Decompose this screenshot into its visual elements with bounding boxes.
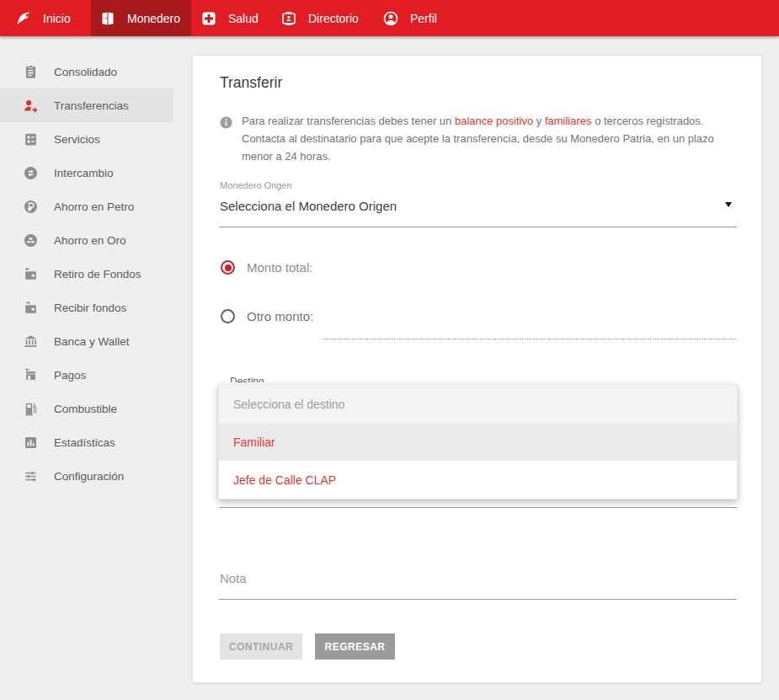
destination-select-underline	[219, 507, 737, 508]
sidebar: ConsolidadoTransferenciasServiciosInterc…	[0, 36, 173, 700]
radio-label: Monto total:	[247, 260, 312, 275]
gold-bars-circle-icon	[23, 232, 39, 248]
destination-option-jefe-de-calle-clap[interactable]: Jefe de Calle CLAP	[219, 461, 737, 499]
sidebar-item-recibir-fondos[interactable]: Recibir fondos	[0, 291, 173, 324]
nav-tab-directorio[interactable]: Directorio	[280, 0, 359, 36]
sidebar-item-ahorro-en-petro[interactable]: Ahorro en Petro	[0, 190, 173, 223]
radio-label: Otro monto:	[247, 309, 313, 323]
nav-tab-label: Salud	[228, 12, 259, 25]
destination-option-selecciona-el-destino[interactable]: Selecciona el destino	[219, 385, 737, 423]
sidebar-item-label: Servicios	[54, 133, 100, 146]
nav-tab-label: Directorio	[308, 12, 359, 25]
sidebar-item-label: Transferencias	[54, 99, 129, 112]
sidebar-item-servicios[interactable]: Servicios	[0, 122, 173, 156]
wallet-in-icon	[23, 300, 39, 316]
origin-select-underline	[219, 227, 737, 227]
sidebar-item-banca-y-wallet[interactable]: Banca y Wallet	[0, 324, 173, 358]
note-input[interactable]: Nota	[220, 571, 737, 585]
store-arrow-icon	[23, 367, 39, 383]
radio-button-icon	[221, 260, 235, 275]
nav-tab-label: Perfil	[410, 12, 437, 25]
select-caret-icon	[725, 202, 732, 207]
back-button[interactable]: REGRESAR	[315, 633, 395, 660]
sidebar-item-label: Recibir fondos	[54, 302, 126, 314]
nav-tab-label: Monedero	[127, 12, 180, 25]
sidebar-item-label: Ahorro en Oro	[54, 234, 126, 247]
sidebar-item-configuracion[interactable]: Configuración	[0, 459, 173, 493]
note-underline	[219, 599, 737, 600]
other-amount-input[interactable]	[322, 334, 737, 339]
sidebar-item-estadisticas[interactable]: Estadísticas	[0, 425, 173, 459]
bar-chart-icon	[23, 435, 39, 451]
info-link[interactable]: familiares	[545, 115, 592, 127]
sidebar-item-label: Ahorro en Petro	[54, 200, 134, 213]
petro-circle-icon	[23, 199, 39, 215]
sidebar-item-label: Combustible	[54, 403, 117, 415]
sidebar-item-label: Configuración	[54, 470, 124, 483]
sidebar-item-intercambio[interactable]: Intercambio	[0, 156, 173, 190]
info-text-segment: Para realizar transferencias debes tener…	[242, 115, 455, 127]
sidebar-item-transferencias[interactable]: Transferencias	[0, 88, 173, 122]
radio-button-icon	[221, 309, 235, 323]
radio-monto-total[interactable]: Monto total:	[221, 260, 312, 275]
sidebar-item-pagos[interactable]: Pagos	[0, 358, 173, 392]
continue-button[interactable]: CONTINUAR	[220, 633, 302, 660]
nav-tab-perfil[interactable]: Perfil	[382, 0, 437, 36]
transfer-info-text: Para realizar transferencias debes tener…	[242, 112, 735, 165]
top-nav: InicioMonederoSaludDirectorioPerfil	[0, 0, 779, 36]
sidebar-item-label: Banca y Wallet	[54, 335, 130, 348]
swap-circle-icon	[23, 165, 39, 181]
sidebar-item-label: Intercambio	[54, 167, 114, 179]
sidebar-item-label: Pagos	[54, 369, 86, 382]
destination-label-clipped: Destino	[230, 376, 264, 382]
services-list-icon	[23, 131, 39, 147]
sidebar-item-retiro-de-fondos[interactable]: Retiro de Fondos	[0, 257, 173, 291]
nav-tab-monedero[interactable]: Monedero	[91, 0, 191, 36]
origin-wallet-select-value: Selecciona el Monedero Origen	[220, 199, 397, 213]
origin-wallet-label: Monedero Origen	[220, 180, 292, 190]
page-title: Transferir	[220, 74, 282, 92]
sidebar-item-consolidado[interactable]: Consolidado	[0, 55, 173, 88]
info-text-segment: y	[533, 115, 545, 127]
sidebar-item-label: Estadísticas	[54, 436, 115, 449]
nav-tab-inicio[interactable]: Inicio	[15, 0, 71, 36]
contact-card-icon	[280, 10, 297, 27]
wallet-out-icon	[23, 266, 39, 282]
destination-option-familiar[interactable]: Familiar	[219, 423, 737, 461]
sidebar-item-ahorro-en-oro[interactable]: Ahorro en Oro	[0, 223, 173, 257]
radio-otro-monto[interactable]: Otro monto:	[221, 309, 313, 323]
person-transfer-icon	[23, 98, 39, 114]
origin-wallet-select[interactable]: Selecciona el Monedero Origen	[220, 193, 737, 218]
sidebar-item-combustible[interactable]: Combustible	[0, 392, 173, 425]
info-link[interactable]: balance positivo	[455, 115, 533, 127]
health-cross-icon	[200, 10, 217, 27]
bank-icon	[23, 334, 39, 350]
destination-dropdown: Selecciona el destinoFamiliarJefe de Cal…	[218, 384, 738, 500]
sidebar-item-label: Consolidado	[54, 66, 117, 78]
nav-tab-salud[interactable]: Salud	[200, 0, 259, 36]
wallet-icon	[99, 10, 116, 27]
nav-tab-label: Inicio	[43, 12, 71, 25]
sidebar-item-label: Retiro de Fondos	[54, 268, 141, 281]
transfer-card: Transferir Para realizar transferencias …	[192, 55, 762, 683]
info-icon	[219, 115, 233, 130]
fuel-pump-icon	[23, 401, 39, 417]
person-circle-icon	[382, 10, 399, 27]
clipboard-icon	[23, 64, 39, 80]
patria-flag-icon	[15, 10, 32, 27]
tune-icon	[23, 468, 39, 484]
